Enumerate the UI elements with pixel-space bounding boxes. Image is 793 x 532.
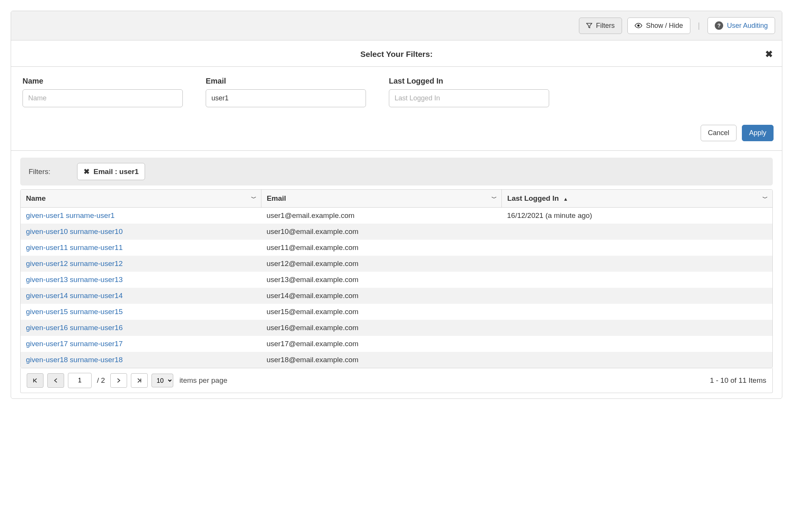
cell-email: user1@email.example.com [261,208,501,224]
pager: / 2 10 items per page 1 - 10 of 11 Items [20,368,773,393]
showhide-button-label: Show / Hide [646,22,683,30]
cell-last-logged-in [502,240,772,256]
cell-email: user10@email.example.com [261,224,501,240]
user-auditing-panel: Filters Show / Hide | ? User Auditing Se… [11,11,782,399]
cell-last-logged-in [502,224,772,240]
table-row: given-user17 surname-user17user17@email.… [21,336,772,352]
help-button-label: User Auditing [727,22,768,30]
filter-field-email: Email [206,77,366,107]
cell-name: given-user12 surname-user12 [21,256,261,272]
table-row: given-user11 surname-user11user11@email.… [21,240,772,256]
email-label: Email [206,77,366,85]
chevron-down-icon[interactable]: ﹀ [762,195,768,202]
cell-name: given-user11 surname-user11 [21,240,261,256]
filter-chip-email[interactable]: ✖ Email : user1 [77,163,145,180]
user-link[interactable]: given-user11 surname-user11 [26,243,122,251]
cell-name: given-user14 surname-user14 [21,288,261,304]
table-row: given-user15 surname-user15user15@email.… [21,304,772,320]
page-number-input[interactable] [68,373,92,388]
last-page-icon [137,378,142,383]
table-row: given-user16 surname-user16user16@email.… [21,320,772,336]
toolbar: Filters Show / Hide | ? User Auditing [11,11,782,40]
page-total-label: / 2 [95,376,106,385]
cell-last-logged-in [502,352,772,368]
cell-email: user16@email.example.com [261,320,501,336]
table-row: given-user18 surname-user18user18@email.… [21,352,772,368]
last-logged-in-label: Last Logged In [389,77,549,85]
svg-point-0 [637,24,640,27]
column-header-name[interactable]: Name ﹀ [21,190,261,208]
column-header-last-label: Last Logged In [507,194,559,202]
user-link[interactable]: given-user15 surname-user15 [26,308,122,316]
cell-email: user17@email.example.com [261,336,501,352]
chevron-down-icon[interactable]: ﹀ [492,195,497,202]
filter-field-last-logged-in: Last Logged In [389,77,549,107]
next-page-icon [116,378,121,383]
prev-page-icon [53,378,58,383]
prev-page-button[interactable] [47,373,64,388]
cell-name: given-user16 surname-user16 [21,320,261,336]
cell-last-logged-in [502,336,772,352]
table-row: given-user10 surname-user10user10@email.… [21,224,772,240]
user-link[interactable]: given-user17 surname-user17 [26,340,122,348]
column-header-email[interactable]: Email ﹀ [261,190,501,208]
help-button[interactable]: ? User Auditing [708,17,775,34]
user-link[interactable]: given-user1 surname-user1 [26,211,114,219]
items-per-page-label: items per page [179,376,227,385]
cell-last-logged-in [502,256,772,272]
column-header-name-label: Name [26,194,46,202]
filter-panel-title: Select Your Filters: [360,50,432,59]
email-input[interactable] [206,89,366,107]
filter-field-name: Name [23,77,183,107]
filter-chip-text: Email : user1 [93,168,139,176]
user-link[interactable]: given-user18 surname-user18 [26,356,122,364]
page-size-select[interactable]: 10 [152,374,173,387]
showhide-button[interactable]: Show / Hide [627,18,690,34]
table-row: given-user1 surname-user1user1@email.exa… [21,208,772,224]
pager-controls: / 2 10 items per page [27,373,227,388]
apply-button[interactable]: Apply [742,125,774,141]
user-link[interactable]: given-user16 surname-user16 [26,324,122,332]
close-icon[interactable]: ✖ [765,49,773,60]
filters-button-label: Filters [596,22,615,30]
cell-name: given-user17 surname-user17 [21,336,261,352]
remove-chip-icon: ✖ [84,167,90,176]
filter-panel-header: Select Your Filters: ✖ [11,40,782,67]
name-label: Name [23,77,183,85]
cell-email: user11@email.example.com [261,240,501,256]
filters-button[interactable]: Filters [579,18,622,34]
cell-email: user13@email.example.com [261,272,501,288]
applied-filters-bar: Filters: ✖ Email : user1 [20,158,773,185]
first-page-icon [32,378,38,383]
last-page-button[interactable] [131,373,148,388]
results-grid: Name ﹀ Email ﹀ Last Logged In ▲ ﹀ given-… [20,189,773,368]
next-page-button[interactable] [110,373,127,388]
user-link[interactable]: given-user12 surname-user12 [26,260,122,268]
cell-email: user14@email.example.com [261,288,501,304]
user-link[interactable]: given-user10 surname-user10 [26,227,122,235]
filter-panel-actions: Cancel Apply [11,110,782,151]
chevron-down-icon[interactable]: ﹀ [251,195,256,202]
pager-summary: 1 - 10 of 11 Items [710,376,766,385]
column-header-last-logged-in[interactable]: Last Logged In ▲ ﹀ [502,190,772,208]
cancel-button[interactable]: Cancel [701,125,737,141]
last-logged-in-input[interactable] [389,89,549,107]
cell-name: given-user15 surname-user15 [21,304,261,320]
user-link[interactable]: given-user13 surname-user13 [26,276,122,284]
cell-last-logged-in [502,272,772,288]
cell-email: user18@email.example.com [261,352,501,368]
cell-last-logged-in [502,304,772,320]
cell-name: given-user18 surname-user18 [21,352,261,368]
name-input[interactable] [23,89,183,107]
question-icon: ? [715,21,723,30]
table-row: given-user13 surname-user13user13@email.… [21,272,772,288]
user-link[interactable]: given-user14 surname-user14 [26,292,122,300]
sort-asc-icon: ▲ [563,196,568,202]
cell-last-logged-in [502,288,772,304]
cell-last-logged-in [502,320,772,336]
first-page-button[interactable] [27,373,44,388]
toolbar-separator: | [696,21,702,30]
eye-icon [635,23,642,28]
table-row: given-user12 surname-user12user12@email.… [21,256,772,272]
cell-email: user15@email.example.com [261,304,501,320]
